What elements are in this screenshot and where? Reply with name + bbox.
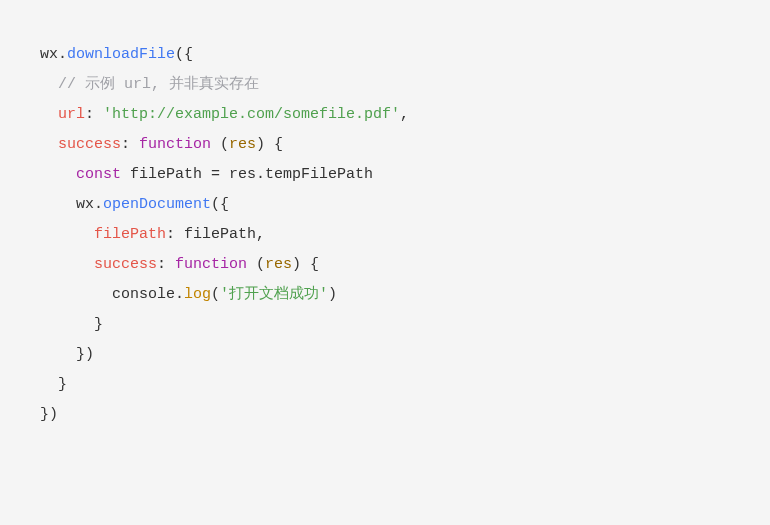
code-line-11: }) xyxy=(40,346,94,363)
keyword-function: function xyxy=(139,136,211,153)
method-name: downloadFile xyxy=(67,46,175,63)
code-line-9: console.log('打开文档成功') xyxy=(40,286,337,303)
punct: ({ xyxy=(211,196,229,213)
code-block: wx.downloadFile({ // 示例 url, 并非真实存在 url:… xyxy=(40,40,770,430)
code-line-12: } xyxy=(40,376,67,393)
code-line-1: wx.downloadFile({ xyxy=(40,46,193,63)
string-literal: '打开文档成功' xyxy=(220,286,328,303)
dot: . xyxy=(58,46,67,63)
comma: , xyxy=(400,106,409,123)
expr: filePath = res.tempFilePath xyxy=(121,166,373,183)
brace: } xyxy=(58,376,67,393)
code-line-6: wx.openDocument({ xyxy=(40,196,229,213)
identifier: wx xyxy=(76,196,94,213)
code-line-5: const filePath = res.tempFilePath xyxy=(40,166,373,183)
keyword-function: function xyxy=(175,256,247,273)
dot: . xyxy=(175,286,184,303)
code-line-3: url: 'http://example.com/somefile.pdf', xyxy=(40,106,409,123)
code-line-13: }) xyxy=(40,406,58,423)
param: res xyxy=(229,136,256,153)
method-name: openDocument xyxy=(103,196,211,213)
colon: : xyxy=(121,136,139,153)
brace: }) xyxy=(76,346,94,363)
object-key: success xyxy=(58,136,121,153)
code-line-4: success: function (res) { xyxy=(40,136,283,153)
paren: ( xyxy=(211,286,220,303)
object-key: success xyxy=(94,256,157,273)
punct: ) { xyxy=(256,136,283,153)
code-line-8: success: function (res) { xyxy=(40,256,319,273)
code-line-10: } xyxy=(40,316,103,333)
string-literal: 'http://example.com/somefile.pdf' xyxy=(103,106,400,123)
param: res xyxy=(265,256,292,273)
code-line-7: filePath: filePath, xyxy=(40,226,265,243)
colon: : xyxy=(85,106,103,123)
comment: // 示例 url, 并非真实存在 xyxy=(58,76,259,93)
punct: ({ xyxy=(175,46,193,63)
paren: ) xyxy=(328,286,337,303)
identifier: console xyxy=(112,286,175,303)
object-key: url xyxy=(58,106,85,123)
colon: : xyxy=(157,256,175,273)
punct: ( xyxy=(211,136,229,153)
rest: : filePath, xyxy=(166,226,265,243)
punct: ( xyxy=(247,256,265,273)
brace: } xyxy=(94,316,103,333)
dot: . xyxy=(94,196,103,213)
identifier: wx xyxy=(40,46,58,63)
method-name: log xyxy=(184,286,211,303)
keyword-const: const xyxy=(76,166,121,183)
object-key: filePath xyxy=(94,226,166,243)
brace: }) xyxy=(40,406,58,423)
code-line-2: // 示例 url, 并非真实存在 xyxy=(40,76,259,93)
punct: ) { xyxy=(292,256,319,273)
